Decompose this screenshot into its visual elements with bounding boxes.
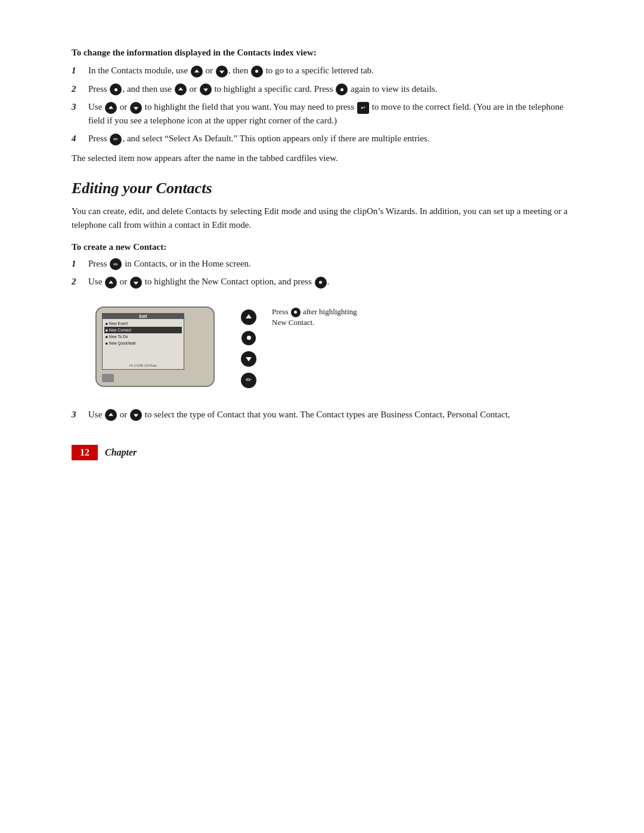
scroll-down-icon — [216, 66, 228, 78]
screen-header: Edit — [103, 314, 184, 319]
contacts-index-section: To change the information displayed in t… — [72, 48, 572, 165]
pencil-btn-2-icon — [110, 258, 122, 270]
new-contact-heading: To create a new Contact: — [72, 242, 572, 252]
new-step-2-content: Use or to highlight the New Contact opti… — [88, 275, 572, 289]
step-2-num: 2 — [72, 82, 86, 96]
scroll-down-3-icon — [130, 102, 142, 114]
step-3-num: 3 — [72, 100, 86, 114]
new-contact-steps: 1 Press in Contacts, or in the Home scre… — [72, 257, 572, 289]
scroll-down-5-icon — [130, 409, 142, 421]
chapter-label: Chapter — [105, 447, 137, 458]
step-2-content: Press , and then use or to highlight a s… — [88, 82, 572, 96]
new-contact-section: To create a new Contact: 1 Press in Cont… — [72, 242, 572, 422]
menu-item-1: ■ New Event — [104, 320, 182, 327]
center-btn-4-icon — [315, 277, 327, 289]
scroll-down-4-icon — [130, 277, 142, 289]
page-footer: 12 Chapter — [72, 445, 572, 460]
new-contact-steps-2: 3 Use or to select the type of Contact t… — [72, 408, 572, 422]
step-4-num: 4 — [72, 132, 86, 145]
right-btn-4: ✏ — [241, 373, 256, 388]
contacts-index-footer: The selected item now appears after the … — [72, 151, 572, 165]
new-step-3-num: 3 — [72, 408, 86, 422]
new-step-1-content: Press in Contacts, or in the Home screen… — [88, 257, 572, 271]
scroll-up-5-icon — [105, 409, 117, 421]
scroll-down-2-icon — [200, 83, 212, 95]
device-body: Edit ■ New Event ■ New Contact ■ New To … — [95, 306, 215, 387]
new-step-1: 1 Press in Contacts, or in the Home scre… — [72, 257, 572, 271]
center-btn-icon — [251, 66, 263, 78]
caption-btn-icon — [291, 308, 301, 317]
device-screen: Edit ■ New Event ■ New Contact ■ New To … — [102, 313, 184, 370]
device-caption: Press after highlighting New Contact. — [272, 301, 361, 328]
device-bottom-btn — [102, 374, 114, 382]
scroll-up-icon — [191, 66, 203, 78]
device-illustration: Edit ■ New Event ■ New Contact ■ New To … — [95, 301, 572, 396]
step-1-content: In the Contacts module, use or , then to… — [88, 64, 572, 78]
new-step-2-num: 2 — [72, 275, 86, 289]
menu-item-4: ■ New QuickNote — [104, 340, 182, 346]
right-btn-1 — [241, 309, 256, 325]
device-right-buttons: ✏ — [241, 309, 256, 388]
menu-item-3: ■ New To Do — [104, 333, 182, 340]
new-step-2: 2 Use or to highlight the New Contact op… — [72, 275, 572, 289]
menu-item-2: ■ New Contact — [104, 327, 182, 333]
pencil-btn-icon — [110, 134, 122, 145]
screen-footer: Fri 1/1/99 12:04am — [103, 364, 184, 367]
step-1-num: 1 — [72, 64, 86, 78]
right-btn-2 — [242, 331, 256, 345]
contacts-index-steps: 1 In the Contacts module, use or , then … — [72, 64, 572, 145]
contacts-index-heading: To change the information displayed in t… — [72, 48, 572, 58]
editing-contacts-section: Editing your Contacts You can create, ed… — [72, 179, 572, 233]
step-2: 2 Press , and then use or to highlight a… — [72, 82, 572, 96]
new-step-3-content: Use or to select the type of Contact tha… — [88, 408, 572, 422]
scroll-up-2-icon — [175, 83, 187, 95]
editing-contacts-body: You can create, edit, and delete Contact… — [72, 205, 572, 233]
step-4-content: Press , and select “Select As Default.” … — [88, 132, 572, 145]
scroll-up-3-icon — [105, 102, 117, 114]
center-btn-3-icon — [336, 83, 348, 95]
screen-menu: ■ New Event ■ New Contact ■ New To Do ■ … — [103, 319, 184, 348]
editing-contacts-heading: Editing your Contacts — [72, 179, 572, 197]
caption-press: Press — [272, 307, 290, 316]
new-step-1-num: 1 — [72, 257, 86, 271]
center-btn-2-icon — [110, 83, 122, 95]
right-btn-3 — [241, 351, 256, 367]
device-image-wrapper: Edit ■ New Event ■ New Contact ■ New To … — [95, 301, 262, 396]
new-step-3: 3 Use or to select the type of Contact t… — [72, 408, 572, 422]
step-4: 4 Press , and select “Select As Default.… — [72, 132, 572, 145]
step-1: 1 In the Contacts module, use or , then … — [72, 64, 572, 78]
step-3: 3 Use or to highlight the field that you… — [72, 100, 572, 127]
page-number: 12 — [72, 445, 98, 460]
step-3-content: Use or to highlight the field that you w… — [88, 100, 572, 127]
tab-btn-icon — [357, 102, 369, 114]
scroll-up-4-icon — [105, 277, 117, 289]
